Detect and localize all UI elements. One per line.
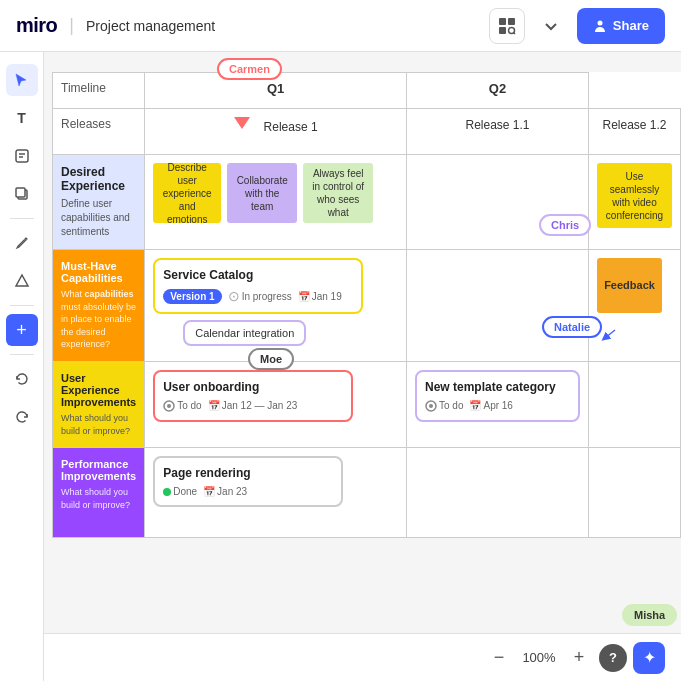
share-button[interactable]: Share <box>577 8 665 44</box>
sticky-feedback[interactable]: Feedback <box>597 258 662 313</box>
toolbar-separator-3 <box>10 354 34 355</box>
toolbar-separator-2 <box>10 305 34 306</box>
share-label: Share <box>613 18 649 33</box>
onboarding-title: User onboarding <box>163 380 343 394</box>
topbar-actions: Share <box>489 8 665 44</box>
user-experience-row: User Experience Improvements What should… <box>53 361 681 447</box>
svg-line-4 <box>513 32 515 34</box>
carmen-avatar[interactable]: Carmen <box>217 58 282 80</box>
zoom-level: 100% <box>519 650 559 665</box>
left-toolbar: T + <box>0 52 44 681</box>
note-tool[interactable] <box>6 140 38 172</box>
zoom-out-button[interactable]: − <box>485 644 513 672</box>
perf-q1: Page rendering Done 📅 Jan 23 <box>145 448 407 538</box>
svg-point-14 <box>167 404 171 408</box>
card-meta-service: Version 1 ⊙ In progress 📅 Jan 19 <box>163 288 353 304</box>
template-title: New template category <box>425 380 570 394</box>
pen-tool[interactable] <box>6 227 38 259</box>
releases-label: Releases <box>53 109 145 155</box>
user-onboarding-card[interactable]: User onboarding To do 📅 Jan 12 — Jan 23 <box>153 370 353 422</box>
bottombar-right: − 100% + ? ✦ <box>485 642 665 674</box>
sticky-describe[interactable]: Describe user experience and emotions <box>153 163 221 223</box>
text-tool[interactable]: T <box>6 102 38 134</box>
shapes-tool[interactable] <box>6 265 38 297</box>
undo-tool[interactable] <box>6 363 38 395</box>
user-exp-label: User Experience Improvements What should… <box>53 361 145 447</box>
header-row: Timeline Q1 Q2 <box>53 73 681 109</box>
must-have-label: Must-Have Capabilities What capabilities… <box>53 250 145 362</box>
chris-avatar[interactable]: Chris <box>539 214 591 236</box>
board-table: Timeline Q1 Q2 Releases <box>52 72 681 538</box>
natalie-avatar[interactable]: Natalie <box>542 316 602 338</box>
sticky-control[interactable]: Always feel in control of who sees what <box>303 163 373 223</box>
perf-title: Performance Improvements <box>61 458 136 482</box>
performance-row: Performance Improvements What should you… <box>53 448 681 538</box>
add-tool[interactable]: + <box>6 314 38 346</box>
user-exp-q1: User onboarding To do 📅 Jan 12 — Jan 23 <box>145 361 407 447</box>
timeline-header: Timeline <box>53 73 145 109</box>
must-have-q1: Service Catalog Version 1 ⊙ In progress … <box>145 250 407 362</box>
template-meta: To do 📅 Apr 16 <box>425 400 570 412</box>
release-1-2-label: Release 1.2 <box>602 118 666 132</box>
cursor-tool[interactable] <box>6 64 38 96</box>
release-1-label: Release 1 <box>264 120 318 134</box>
topbar: miro | Project management Share <box>0 0 681 52</box>
rendering-date: 📅 Jan 23 <box>203 486 247 497</box>
app-title: Project management <box>86 18 215 34</box>
text-icon: T <box>17 110 26 126</box>
zoom-in-button[interactable]: + <box>565 644 593 672</box>
new-template-card[interactable]: New template category To do 📅 Apr 16 <box>415 370 580 422</box>
release-1-cell: Release 1 <box>145 109 407 155</box>
desired-exp-title: Desired Experience <box>61 165 136 193</box>
topbar-separator: | <box>69 15 74 36</box>
date-item: 📅 Jan 19 <box>298 291 342 302</box>
redo-tool[interactable] <box>6 401 38 433</box>
user-exp-title: User Experience Improvements <box>61 372 136 408</box>
onboarding-date: 📅 Jan 12 — Jan 23 <box>208 400 298 411</box>
svg-rect-6 <box>16 150 28 162</box>
onboarding-meta: To do 📅 Jan 12 — Jan 23 <box>163 400 343 412</box>
moe-avatar[interactable]: Moe <box>248 348 294 370</box>
help-button[interactable]: ? <box>599 644 627 672</box>
bottombar: − 100% + ? ✦ <box>0 633 681 681</box>
perf-desc: What should you build or improve? <box>61 486 136 511</box>
copy-tool[interactable] <box>6 178 38 210</box>
user-exp-q1-1: New template category To do 📅 Apr 16 <box>407 361 589 447</box>
toolbar-separator-1 <box>10 218 34 219</box>
release-1-1-cell: Release 1.1 <box>407 109 589 155</box>
desired-exp-desc: Define user capabilities and sentiments <box>61 197 136 239</box>
triangle-marker <box>234 115 250 139</box>
perf-q2 <box>589 448 681 538</box>
board-table-wrapper: Timeline Q1 Q2 Releases <box>52 72 681 590</box>
release-1-1-label: Release 1.1 <box>465 118 529 132</box>
sticky-collaborate[interactable]: Collaborate with the team <box>227 163 297 223</box>
natalie-arrow <box>600 328 620 352</box>
onboarding-status: To do <box>163 400 201 412</box>
svg-rect-1 <box>508 18 515 25</box>
user-exp-desc: What should you build or improve? <box>61 412 136 437</box>
service-catalog-card[interactable]: Service Catalog Version 1 ⊙ In progress … <box>153 258 363 314</box>
desired-exp-stickies-q1: Describe user experience and emotions Co… <box>153 163 398 223</box>
rendering-status: Done <box>163 486 197 497</box>
magic-button[interactable]: ✦ <box>633 642 665 674</box>
canvas: T + Timeline <box>0 52 681 681</box>
version-badge: Version 1 <box>163 289 221 304</box>
template-status: To do <box>425 400 463 412</box>
release-1-2-cell: Release 1.2 <box>589 109 681 155</box>
misha-avatar[interactable]: Misha <box>622 604 677 626</box>
desired-exp-q1: Describe user experience and emotions Co… <box>145 155 407 250</box>
rendering-meta: Done 📅 Jan 23 <box>163 486 333 497</box>
svg-rect-10 <box>16 188 25 197</box>
calendar-integration-card[interactable]: Calendar integration <box>183 320 398 346</box>
template-date: 📅 Apr 16 <box>469 400 512 411</box>
miro-logo: miro <box>16 14 57 37</box>
apps-button[interactable] <box>489 8 525 44</box>
must-have-desc: What capabilities must absolutely be in … <box>61 288 136 351</box>
done-dot <box>163 488 171 496</box>
page-rendering-card[interactable]: Page rendering Done 📅 Jan 23 <box>153 456 343 507</box>
must-have-q1-1 <box>407 250 589 362</box>
sticky-video[interactable]: Use seamlessly with video conferencing <box>597 163 672 228</box>
q2-header: Q2 <box>407 73 589 109</box>
card-title-service: Service Catalog <box>163 268 353 282</box>
chevron-button[interactable] <box>533 8 569 44</box>
